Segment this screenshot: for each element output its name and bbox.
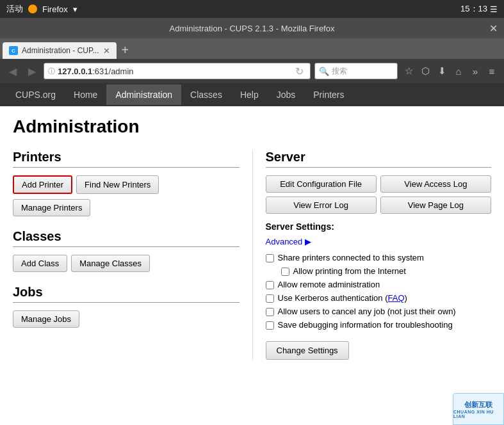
kerberos-label: Use Kerberos authentication (FAQ) [278,293,407,303]
url-secure-icon: ⓘ [48,67,55,76]
watermark-line2: CHUANG XIN HU LIAN [453,410,503,419]
nav-administration[interactable]: Administration [106,84,181,105]
printers-section: Printers Add Printer Find New Printers M… [13,150,240,216]
left-column: Printers Add Printer Find New Printers M… [13,150,252,360]
checkbox-kerberos: Use Kerberos authentication (FAQ) [266,293,492,303]
page-content: Administration Printers Add Printer Find… [0,106,504,425]
tab-label: Administration - CUP... [22,46,99,55]
printers-btn-row-2: Manage Printers [13,199,240,216]
watermark-logo: 创新互联 CHUANG XIN HU LIAN [453,393,504,425]
share-printers-checkbox[interactable] [266,254,274,262]
server-btn-grid: Edit Configuration File View Access Log … [266,175,492,214]
view-error-log-button[interactable]: View Error Log [266,196,377,214]
tab-bar: C Administration - CUP... ✕ + [0,38,504,59]
edit-configuration-button[interactable]: Edit Configuration File [266,175,377,193]
refresh-button[interactable]: ↻ [293,65,306,77]
nav-jobs[interactable]: Jobs [268,84,305,105]
forward-button[interactable]: ▶ [24,63,40,79]
nav-classes[interactable]: Classes [181,84,231,105]
faq-link[interactable]: FAQ [387,293,404,303]
server-settings-label: Server Settings: [266,221,492,232]
checkbox-allow-printing-internet: Allow printing from the Internet [281,266,492,276]
share-icon[interactable]: ⬡ [418,64,432,78]
printers-heading: Printers [13,150,240,168]
checkbox-allow-remote-admin: Allow remote administration [266,280,492,289]
advanced-link[interactable]: Advanced ▶ [266,237,492,246]
jobs-btn-row: Manage Jobs [13,310,240,328]
right-column: Server Edit Configuration File View Acce… [252,150,492,360]
home-icon[interactable]: ⌂ [451,64,466,78]
os-taskbar-left: 活动 Firefox ▾ [6,3,77,15]
save-debug-info-label: Save debugging information for troublesh… [278,320,453,330]
firefox-label[interactable]: Firefox [42,4,68,14]
find-new-printers-button[interactable]: Find New Printers [76,175,159,194]
nav-cups-org[interactable]: CUPS.org [6,84,65,105]
new-tab-button[interactable]: + [118,43,133,58]
os-taskbar: 活动 Firefox ▾ 15：13 ☰ [0,0,504,18]
allow-internet-printing-checkbox[interactable] [281,268,289,276]
url-host: 127.0.0.1 [58,67,92,76]
activities-label[interactable]: 活动 [6,3,23,15]
advanced-label: Advanced [266,237,303,246]
nav-help[interactable]: Help [231,84,268,105]
tab-close-button[interactable]: ✕ [103,46,110,56]
browser-window-title: Administration - CUPS 2.1.3 - Mozilla Fi… [170,24,335,33]
url-path: :631/admin [92,67,133,76]
watermark-line1: 创新互联 [464,400,492,410]
browser-close-button[interactable]: ✕ [489,22,498,35]
nav-home[interactable]: Home [65,84,106,105]
download-icon[interactable]: ⬇ [435,64,449,78]
allow-remote-admin-checkbox[interactable] [266,281,274,289]
back-button[interactable]: ◀ [5,63,20,79]
page-title: Administration [13,116,491,137]
save-debug-info-checkbox[interactable] [266,321,274,330]
os-dropdown-arrow[interactable]: ▾ [73,4,77,14]
os-taskbar-right: 15：13 ☰ [460,3,498,15]
allow-internet-printing-label: Allow printing from the Internet [293,266,406,276]
classes-heading: Classes [13,229,240,247]
url-bar[interactable]: ⓘ 127.0.0.1:631/admin ↻ [44,63,311,79]
search-icon: 🔍 [319,67,329,76]
add-printer-button[interactable]: Add Printer [13,175,72,194]
browser-title-bar: Administration - CUPS 2.1.3 - Mozilla Fi… [0,18,504,38]
toolbar-icons: ☆ ⬡ ⬇ ⌂ » ≡ [402,64,499,78]
checkbox-debug-info: Save debugging information for troublesh… [266,320,492,330]
url-text: 127.0.0.1:631/admin [58,67,290,76]
hamburger-menu-icon[interactable]: ≡ [485,64,499,78]
bookmark-icon[interactable]: ☆ [402,64,416,78]
checkbox-cancel-job: Allow users to cancel any job (not just … [266,307,492,316]
kerberos-checkbox[interactable] [266,294,274,303]
manage-classes-button[interactable]: Manage Classes [71,255,150,272]
classes-section: Classes Add Class Manage Classes [13,229,240,272]
cancel-any-job-checkbox[interactable] [266,308,274,316]
add-class-button[interactable]: Add Class [13,255,67,272]
allow-remote-admin-label: Allow remote administration [278,280,380,289]
checkbox-share-printers: Share printers connected to this system [266,253,492,262]
search-placeholder: 搜索 [332,66,347,77]
share-printers-label: Share printers connected to this system [278,253,424,262]
search-bar[interactable]: 🔍 搜索 [314,63,398,79]
classes-btn-row: Add Class Manage Classes [13,255,240,272]
server-heading: Server [266,150,492,168]
view-page-log-button[interactable]: View Page Log [380,196,491,214]
printers-btn-row-1: Add Printer Find New Printers [13,175,240,194]
firefox-favicon [28,4,37,13]
cups-navigation: CUPS.org Home Administration Classes Hel… [0,83,504,106]
change-settings-button[interactable]: Change Settings [266,341,349,360]
nav-printers[interactable]: Printers [304,84,353,105]
os-menu-icon[interactable]: ☰ [490,4,498,14]
jobs-heading: Jobs [13,285,240,303]
browser-tab-active[interactable]: C Administration - CUP... ✕ [3,42,117,59]
manage-jobs-button[interactable]: Manage Jobs [13,310,79,328]
os-time: 15：13 [460,3,487,15]
cancel-any-job-label: Allow users to cancel any job (not just … [278,307,456,316]
address-bar: ◀ ▶ ⓘ 127.0.0.1:631/admin ↻ 🔍 搜索 ☆ ⬡ ⬇ ⌂… [0,59,504,83]
extensions-icon[interactable]: » [468,64,482,78]
main-grid: Printers Add Printer Find New Printers M… [13,150,491,360]
tab-favicon: C [9,46,18,55]
advanced-arrow: ▶ [305,237,311,246]
jobs-section: Jobs Manage Jobs [13,285,240,328]
manage-printers-button[interactable]: Manage Printers [13,199,90,216]
view-access-log-button[interactable]: View Access Log [380,175,491,193]
